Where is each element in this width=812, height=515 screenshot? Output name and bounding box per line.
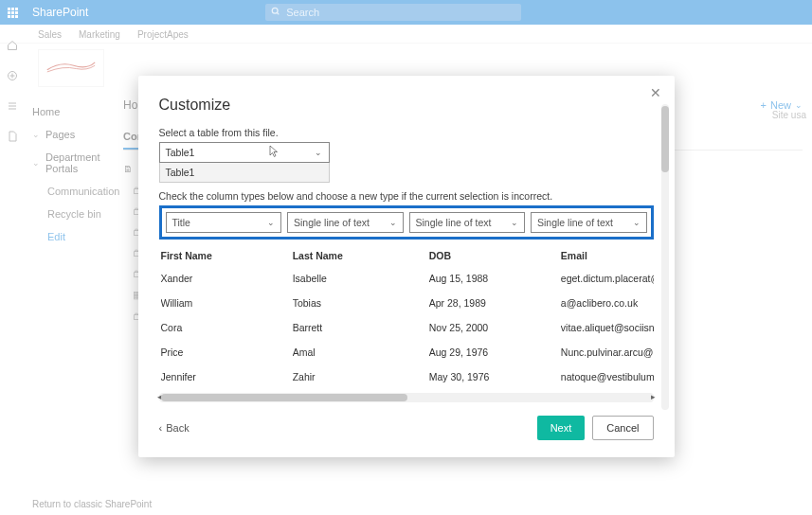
close-button[interactable]: ✕	[650, 85, 661, 100]
table-row: Xander Isabelle Aug 15, 1988 eget.dictum…	[159, 266, 654, 291]
selected-value: Table1	[166, 147, 195, 158]
table-row: Cora Barrett Nov 25, 2000 vitae.aliquet@…	[159, 315, 654, 340]
customize-modal: ✕ Customize Select a table from this fil…	[138, 76, 675, 457]
modal-overlay: ✕ Customize Select a table from this fil…	[0, 0, 812, 515]
column-type-select-3[interactable]: Single line of text⌄	[409, 212, 526, 233]
next-button[interactable]: Next	[537, 416, 586, 440]
table-row: William Tobias Apr 28, 1989 a@aclibero.c…	[159, 291, 654, 315]
column-type-select-1[interactable]: Title⌄	[166, 212, 282, 233]
chevron-left-icon: ‹	[159, 422, 163, 434]
table-dropdown-option[interactable]: Table1	[159, 163, 330, 183]
scrollbar-thumb[interactable]	[161, 394, 407, 401]
table-select[interactable]: Table1 ⌄	[159, 142, 330, 163]
column-type-select-2[interactable]: Single line of text⌄	[287, 212, 404, 233]
select-table-label: Select a table from this file.	[159, 127, 654, 138]
chevron-down-icon: ⌄	[267, 218, 275, 227]
instruction-text: Check the column types below and choose …	[159, 190, 654, 202]
scroll-right-icon[interactable]: ▸	[651, 392, 656, 401]
column-type-row: Title⌄ Single line of text⌄ Single line …	[159, 205, 654, 240]
chevron-down-icon: ⌄	[389, 218, 397, 227]
modal-title: Customize	[159, 97, 654, 114]
col-header: Email	[561, 250, 654, 261]
col-header: First Name	[161, 250, 293, 261]
chevron-down-icon: ⌄	[511, 218, 518, 227]
data-preview: First Name Last Name DOB Email Xander Is…	[159, 245, 654, 389]
cancel-button[interactable]: Cancel	[592, 416, 653, 440]
table-row: Price Amal Aug 29, 1976 Nunc.pulvinar.ar…	[159, 340, 654, 364]
column-type-select-4[interactable]: Single line of text⌄	[531, 212, 647, 233]
close-icon: ✕	[650, 85, 661, 100]
col-header: DOB	[429, 250, 561, 261]
col-header: Last Name	[293, 250, 429, 261]
vertical-scrollbar[interactable]	[661, 104, 669, 410]
table-row: Jennifer Zahir May 30, 1976 natoque@vest…	[159, 364, 654, 389]
horizontal-scrollbar[interactable]: ◂ ▸	[159, 393, 654, 402]
cursor-icon	[268, 145, 280, 160]
back-button[interactable]: ‹ Back	[159, 422, 189, 434]
scrollbar-thumb[interactable]	[661, 106, 669, 172]
chevron-down-icon: ⌄	[315, 148, 322, 157]
preview-header-row: First Name Last Name DOB Email	[159, 245, 654, 266]
chevron-down-icon: ⌄	[633, 218, 641, 227]
